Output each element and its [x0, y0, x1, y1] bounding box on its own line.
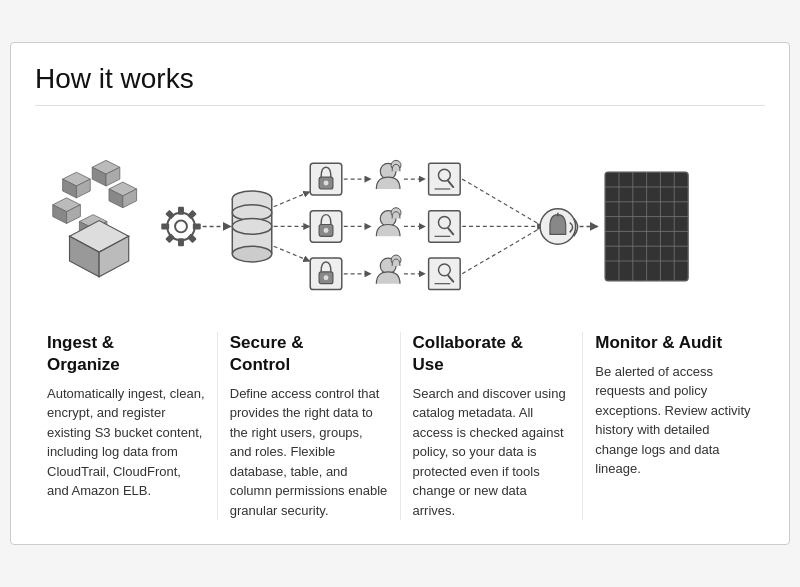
col-secure-title: Secure &Control — [230, 332, 388, 376]
bell-icon — [540, 208, 577, 244]
columns-section: Ingest &Organize Automatically ingest, c… — [35, 332, 765, 521]
col-ingest-body: Automatically ingest, clean, encrypt, an… — [47, 384, 205, 501]
how-it-works-diagram — [35, 134, 765, 314]
col-monitor-title: Monitor & Audit — [595, 332, 753, 354]
svg-rect-22 — [193, 223, 201, 229]
svg-line-36 — [274, 192, 310, 207]
lock-middle — [310, 210, 342, 242]
catalog-top — [429, 163, 461, 195]
server-icon — [605, 172, 688, 281]
svg-line-74 — [462, 226, 543, 273]
svg-rect-23 — [161, 223, 169, 229]
svg-rect-26 — [187, 233, 197, 243]
svg-point-33 — [232, 246, 271, 262]
col-collaborate: Collaborate &Use Search and discover usi… — [401, 332, 584, 521]
col-secure-body: Define access control that provides the … — [230, 384, 388, 521]
ingest-icons — [53, 160, 137, 276]
svg-point-47 — [324, 275, 329, 280]
col-collaborate-body: Search and discover using catalog metada… — [413, 384, 571, 521]
main-card: How it works — [10, 42, 790, 546]
svg-point-41 — [324, 180, 329, 185]
catalog-middle — [429, 210, 461, 242]
svg-rect-25 — [165, 233, 175, 243]
catalog-bottom — [429, 258, 461, 290]
lock-bottom — [310, 258, 342, 290]
svg-line-72 — [462, 179, 543, 226]
col-ingest-title: Ingest &Organize — [47, 332, 205, 376]
col-ingest: Ingest &Organize Automatically ingest, c… — [35, 332, 218, 521]
col-secure: Secure &Control Define access control th… — [218, 332, 401, 521]
col-monitor-body: Be alerted of access requests and policy… — [595, 362, 753, 479]
user-bottom — [376, 255, 401, 284]
user-top — [376, 160, 401, 189]
svg-rect-21 — [178, 238, 184, 246]
svg-rect-24 — [187, 209, 197, 219]
col-monitor: Monitor & Audit Be alerted of access req… — [583, 332, 765, 521]
col-collaborate-title: Collaborate &Use — [413, 332, 571, 376]
gear-icon — [161, 206, 200, 245]
svg-rect-20 — [178, 206, 184, 214]
user-middle — [376, 207, 401, 236]
svg-line-38 — [274, 246, 310, 261]
diagram-area — [35, 124, 765, 314]
lock-top — [310, 163, 342, 195]
database-icon — [232, 191, 271, 262]
svg-rect-27 — [165, 209, 175, 219]
svg-rect-68 — [429, 258, 461, 290]
svg-rect-60 — [429, 163, 461, 195]
svg-point-35 — [232, 218, 271, 234]
svg-rect-64 — [429, 210, 461, 242]
page-title: How it works — [35, 63, 765, 106]
svg-point-19 — [175, 220, 187, 232]
svg-point-44 — [324, 228, 329, 233]
